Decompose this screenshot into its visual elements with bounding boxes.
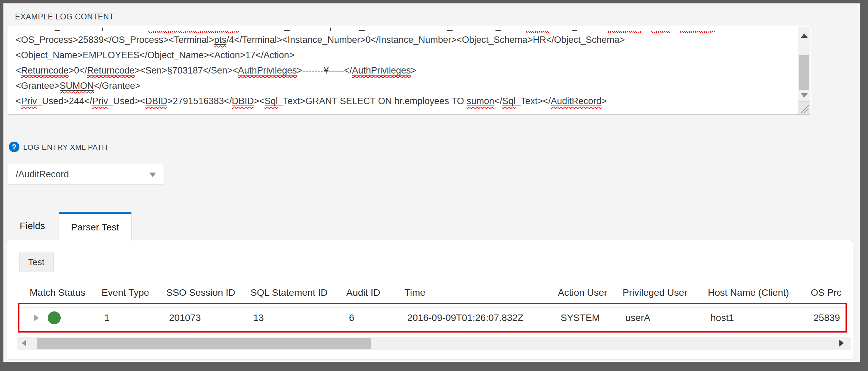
horizontal-scrollbar-thumb[interactable]: [37, 338, 371, 349]
window-frame: EXAMPLE LOG CONTENT <OS_Process>25839</O…: [0, 0, 868, 371]
xml-path-dropdown[interactable]: /AuditRecord: [8, 164, 163, 185]
scroll-down-icon[interactable]: [801, 93, 808, 98]
table-cell: 6: [346, 312, 405, 323]
table-cell: 13: [250, 312, 346, 323]
horizontal-scrollbar[interactable]: [17, 337, 851, 350]
table-row[interactable]: 12010731362016-09-09T01:26:07.832ZSYSTEM…: [18, 303, 847, 333]
example-log-content-label: EXAMPLE LOG CONTENT: [15, 12, 114, 21]
header-cell: Time: [405, 287, 558, 301]
table-cell: SYSTEM: [558, 312, 623, 323]
help-icon[interactable]: ?: [9, 142, 19, 152]
log-entry-xml-path-label: LOG ENTRY XML PATH: [23, 143, 107, 152]
scroll-up-icon[interactable]: [801, 33, 808, 38]
tab-fields[interactable]: Fields: [6, 212, 59, 240]
example-log-textarea[interactable]: <OS_Process>25839</OS_Process><Terminal>…: [8, 26, 811, 115]
table-cell: 25839: [811, 312, 852, 323]
table-header: Match StatusEvent TypeSSO Session IDSQL …: [30, 287, 852, 301]
tab-parser-test[interactable]: Parser Test: [59, 212, 132, 241]
log-lines: <OS_Process>25839</OS_Process><Terminal>…: [8, 32, 798, 109]
vertical-scrollbar-thumb[interactable]: [799, 55, 809, 90]
header-cell: Event Type: [102, 287, 166, 301]
table-cell: 201073: [166, 312, 250, 323]
table-cell: host1: [708, 312, 811, 323]
header-cell: Action User: [558, 287, 623, 301]
expand-row-icon[interactable]: [34, 314, 39, 321]
vertical-scrollbar[interactable]: [798, 27, 810, 114]
table-cell: 1: [102, 312, 166, 323]
table-cell: userA: [623, 312, 708, 323]
scroll-right-icon[interactable]: [839, 340, 844, 346]
header-cell: OS Prc: [811, 287, 852, 301]
page: EXAMPLE LOG CONTENT <OS_Process>25839</O…: [3, 3, 860, 362]
table-cell: 2016-09-09T01:26:07.832Z: [405, 312, 558, 323]
resize-grip-icon[interactable]: [798, 101, 810, 114]
header-cell: Host Name (Client): [708, 287, 811, 301]
match-status-indicator: [48, 311, 61, 324]
row-divider: [20, 307, 845, 308]
tab-fields-label: Fields: [20, 221, 45, 231]
log-text-area: <OS_Process>25839</OS_Process><Terminal>…: [8, 26, 798, 114]
header-cell: SQL Statement ID: [250, 287, 346, 301]
test-button[interactable]: Test: [19, 252, 54, 272]
header-cell: Privileged User: [623, 287, 708, 301]
header-cell: SSO Session ID: [166, 287, 250, 301]
header-cell: Match Status: [30, 287, 102, 301]
parser-test-panel: Test Match StatusEvent TypeSSO Session I…: [6, 240, 853, 360]
scroll-left-icon[interactable]: [22, 340, 26, 346]
chevron-down-icon: [149, 173, 156, 177]
tab-parser-test-label: Parser Test: [71, 222, 119, 233]
xml-path-value: /AuditRecord: [16, 169, 69, 179]
header-cell: Audit ID: [346, 287, 405, 301]
